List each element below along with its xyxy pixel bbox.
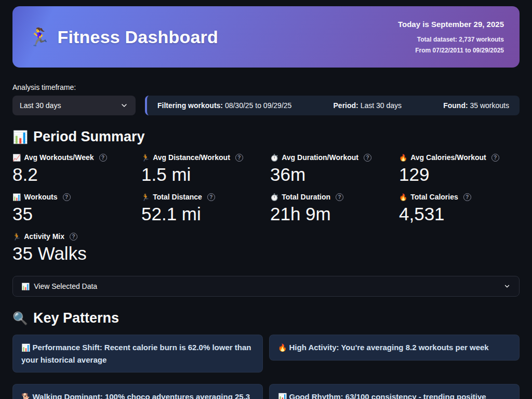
bar-chart-icon: 📊 (21, 343, 30, 352)
metric-value: 8.2 (12, 165, 133, 185)
help-icon[interactable] (491, 154, 499, 162)
metric-value: 35 Walks (12, 244, 133, 264)
metric-total-duration: ⏱️Total Duration 21h 9m (270, 193, 391, 225)
metric-total-distance: 🏃Total Distance 52.1 mi (141, 193, 262, 225)
bar-chart-icon: 📊 (21, 283, 30, 290)
page-title: Fitness Dashboard (57, 27, 218, 47)
metric-total-calories: 🔥Total Calories 4,531 (399, 193, 520, 225)
help-icon[interactable] (364, 154, 371, 162)
period-text: Period: Last 30 days (334, 101, 402, 110)
pattern-card-good-rhythm: 📊Good Rhythm: 63/100 consistency - trend… (269, 384, 520, 399)
timeframe-selected-value: Last 30 days (20, 101, 61, 110)
fire-icon: 🔥 (399, 193, 407, 201)
expander-label: View Selected Data (34, 282, 97, 290)
metric-avg-workouts-week: 📈Avg Workouts/Week 8.2 (12, 153, 133, 185)
fire-icon: 🔥 (278, 343, 287, 352)
metric-workouts: 📊Workouts 35 (12, 193, 133, 225)
pattern-cards-grid: 📊Performance Shift: Recent calorie burn … (12, 335, 520, 399)
dataset-total: Total dataset: 2,737 workouts (398, 36, 504, 43)
metric-value: 4,531 (399, 204, 520, 224)
help-icon[interactable] (63, 193, 71, 201)
stopwatch-icon: ⏱️ (270, 154, 278, 162)
metric-value: 129 (399, 165, 520, 185)
dataset-range: From 07/22/2011 to 09/29/2025 (398, 47, 504, 54)
today-date: Today is September 29, 2025 (398, 20, 504, 29)
metric-avg-distance: 🏃Avg Distance/Workout 1.5 mi (141, 153, 262, 185)
metric-value: 52.1 mi (141, 204, 262, 224)
timeframe-select[interactable]: Last 30 days (12, 96, 136, 115)
help-icon[interactable] (207, 193, 215, 201)
help-icon[interactable] (336, 193, 343, 201)
stopwatch-icon: ⏱️ (270, 193, 278, 201)
bar-chart-icon: 📊 (12, 193, 21, 201)
runner-icon: 🏃 (141, 193, 150, 201)
timeframe-label: Analysis timeframe: (12, 83, 136, 91)
pattern-card-performance-shift: 📊Performance Shift: Recent calorie burn … (12, 335, 263, 373)
metric-activity-mix: 🏃Activity Mix 35 Walks (12, 232, 133, 264)
pattern-card-high-activity: 🔥High Activity: You're averaging 8.2 wor… (269, 335, 520, 361)
runner-icon: 🏃 (12, 233, 21, 241)
runner-icon: 🏃‍♀️ (28, 28, 50, 46)
bar-chart-icon: 📊 (278, 393, 287, 399)
filter-info-bar: Filtering workouts: 08/30/25 to 09/29/25… (145, 96, 520, 115)
pattern-card-walking-dominant: 🐕Walking Dominant: 100% choco adventures… (12, 384, 263, 399)
period-summary-heading: 📊 Period Summary (12, 129, 520, 145)
runner-icon: 🏃 (141, 154, 150, 162)
metric-value: 35 (12, 204, 133, 224)
magnifier-icon: 🔍 (12, 312, 28, 325)
key-patterns-heading: 🔍 Key Patterns (12, 310, 520, 326)
chart-increasing-icon: 📈 (12, 154, 21, 162)
metric-value: 1.5 mi (141, 165, 262, 185)
help-icon[interactable] (70, 233, 77, 241)
help-icon[interactable] (99, 154, 107, 162)
bar-chart-icon: 📊 (12, 131, 28, 143)
metric-avg-calories: 🔥Avg Calories/Workout 129 (399, 153, 520, 185)
dog-icon: 🐕 (21, 393, 30, 399)
found-text: Found: 35 workouts (443, 101, 509, 110)
chevron-down-icon (503, 283, 511, 290)
filtering-text: Filtering workouts: 08/30/25 to 09/29/25 (157, 101, 291, 110)
key-patterns-title: Key Patterns (33, 310, 119, 326)
metrics-grid: 📈Avg Workouts/Week 8.2 🏃Avg Distance/Wor… (12, 153, 520, 264)
view-selected-data-expander[interactable]: 📊 View Selected Data (12, 276, 520, 297)
fire-icon: 🔥 (399, 154, 407, 162)
help-icon[interactable] (235, 154, 243, 162)
metric-value: 36m (270, 165, 391, 185)
chevron-down-icon (120, 101, 128, 110)
header-banner: 🏃‍♀️ Fitness Dashboard Today is Septembe… (12, 6, 520, 68)
period-summary-title: Period Summary (33, 129, 145, 145)
metric-value: 21h 9m (270, 204, 391, 224)
help-icon[interactable] (463, 193, 471, 201)
metric-avg-duration: ⏱️Avg Duration/Workout 36m (270, 153, 391, 185)
